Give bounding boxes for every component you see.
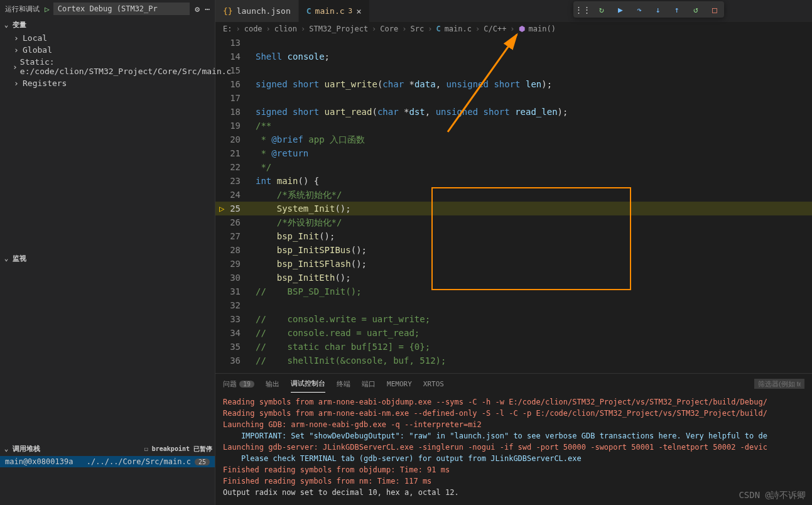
panel-tab-XRTOS[interactable]: XRTOS bbox=[423, 376, 444, 392]
continue-icon[interactable]: ▶ bbox=[615, 4, 626, 15]
chevron-right-icon: › bbox=[13, 33, 20, 43]
code-line[interactable]: 14Shell console; bbox=[215, 50, 812, 63]
watermark: CSDN @詩不诉卿 bbox=[739, 490, 806, 501]
step-over-icon[interactable]: ↷ bbox=[634, 4, 645, 15]
variable-scope[interactable]: ›Local bbox=[0, 32, 215, 44]
panel-tab-调试控制台[interactable]: 调试控制台 bbox=[291, 375, 325, 393]
code-line[interactable]: 21 * @return bbox=[215, 146, 812, 160]
code-line[interactable]: 28 bsp_InitSPIBus(); bbox=[215, 243, 812, 257]
gear-icon[interactable]: ⚙ bbox=[195, 4, 200, 14]
code-line[interactable]: 30 bsp_InitEth(); bbox=[215, 271, 812, 285]
code-line[interactable]: 22 */ bbox=[215, 160, 812, 174]
console-line: Launching gdb-server: JLinkGDBServerCL.e… bbox=[223, 442, 804, 453]
stop-icon[interactable]: □ bbox=[709, 4, 720, 15]
code-line[interactable]: 25▷ System_Init(); bbox=[215, 202, 812, 215]
console-line: Reading symbols from arm-none-eabi-objdu… bbox=[223, 396, 804, 408]
code-line[interactable]: 31// BSP_SD_Init(); bbox=[215, 285, 812, 298]
code-line[interactable]: 33// console.write = uart_write; bbox=[215, 312, 812, 326]
variables-section[interactable]: ⌄ 变量 bbox=[0, 18, 215, 32]
code-line[interactable]: 19/** bbox=[215, 119, 812, 133]
code-line[interactable]: 13 bbox=[215, 36, 812, 50]
callstack-section[interactable]: ⌄ 调用堆栈 ☐ breakpoint 已暂停 bbox=[0, 442, 215, 456]
execution-pointer-icon: ▷ bbox=[219, 202, 224, 215]
line-badge: 25 bbox=[195, 459, 210, 465]
function-icon: ⬢ bbox=[519, 24, 525, 33]
play-icon[interactable]: ▷ bbox=[45, 4, 50, 14]
tab-main.c[interactable]: Cmain.c3× bbox=[299, 0, 370, 22]
step-out-icon[interactable]: ↑ bbox=[671, 4, 683, 15]
chevron-right-icon: › bbox=[13, 79, 20, 88]
c-icon: C bbox=[306, 6, 311, 16]
chevron-down-icon: ⌄ bbox=[3, 445, 10, 453]
console-line: Output radix now set to decimal 10, hex … bbox=[223, 487, 804, 498]
code-line[interactable]: 16signed short uart_write(char *data, un… bbox=[215, 77, 812, 91]
code-line[interactable]: 15 bbox=[215, 63, 812, 77]
run-debug-label: 运行和调试 bbox=[5, 4, 40, 14]
variable-scope[interactable]: ›Registers bbox=[0, 77, 215, 89]
breadcrumb-seg[interactable]: E: bbox=[223, 24, 232, 33]
panel-tab-终端[interactable]: 终端 bbox=[337, 376, 350, 393]
code-line[interactable]: 35// static char buf[512] = {0}; bbox=[215, 340, 812, 354]
watch-section[interactable]: ⌄ 监视 bbox=[0, 251, 215, 266]
grip-icon[interactable]: ⋮⋮ bbox=[577, 4, 588, 15]
code-line[interactable]: 27 bsp_Init(); bbox=[215, 229, 812, 243]
reset-icon[interactable]: ↻ bbox=[596, 4, 607, 15]
chevron-right-icon: › bbox=[13, 62, 18, 72]
code-line[interactable]: 23int main() { bbox=[215, 174, 812, 188]
breadcrumb-seg[interactable]: clion bbox=[274, 24, 297, 33]
step-into-icon[interactable]: ↓ bbox=[652, 4, 664, 15]
code-line[interactable]: 18signed short uart_read(char *dst, unsi… bbox=[215, 105, 812, 119]
code-line[interactable]: 29 bsp_InitSFlash(); bbox=[215, 257, 812, 271]
code-line[interactable]: 26 /*外设初始化*/ bbox=[215, 215, 812, 229]
panel-tab-输出[interactable]: 输出 bbox=[266, 376, 279, 393]
code-line[interactable]: 34// console.read = uart_read; bbox=[215, 326, 812, 340]
console-line: Finished reading symbols from objdump: T… bbox=[223, 464, 804, 475]
code-line[interactable]: 32 bbox=[215, 298, 812, 312]
more-icon[interactable]: ⋯ bbox=[205, 4, 210, 14]
breadcrumb-seg[interactable]: code bbox=[244, 24, 263, 33]
console-line: Reading symbols from arm-none-eabi-nm.ex… bbox=[223, 408, 804, 419]
console-line: Launching GDB: arm-none-eabi-gdb.exe -q … bbox=[223, 419, 804, 430]
chevron-down-icon: ⌄ bbox=[3, 21, 10, 29]
panel-tab-MEMORY[interactable]: MEMORY bbox=[387, 376, 412, 392]
variable-scope[interactable]: ›Global bbox=[0, 44, 215, 56]
breadcrumb[interactable]: E:›code›clion›STM32_Project›Core›Src›C m… bbox=[215, 22, 812, 36]
debug-config-select[interactable]: ▷ Cortex Debug (STM32_Pr bbox=[45, 3, 190, 15]
panel-tab-端口[interactable]: 端口 bbox=[362, 376, 376, 393]
console-line: IMPORTANT: Set "showDevDebugOutput": "ra… bbox=[223, 430, 804, 442]
code-line[interactable]: 24 /*系统初始化*/ bbox=[215, 188, 812, 202]
code-line[interactable]: 36// shellInit(&console, buf, 512); bbox=[215, 354, 812, 367]
breadcrumb-seg[interactable]: STM32_Project bbox=[309, 24, 368, 33]
variable-scope[interactable]: ›Static: e:/code/clion/STM32_Project/Cor… bbox=[0, 56, 215, 77]
breadcrumb-seg[interactable]: Core bbox=[380, 24, 398, 33]
callstack-frame[interactable]: main@0x0800139a ./../../Core/Src/main.c … bbox=[0, 456, 215, 467]
close-icon[interactable]: × bbox=[356, 6, 361, 16]
filter-input[interactable] bbox=[754, 379, 804, 389]
json-icon: {} bbox=[223, 6, 233, 16]
restart-icon[interactable]: ↺ bbox=[690, 4, 701, 15]
tab-launch.json[interactable]: {}launch.json bbox=[215, 0, 299, 22]
console-line: Finished reading symbols from nm: Time: … bbox=[223, 475, 804, 487]
panel-tab-问题[interactable]: 问题19 bbox=[223, 376, 254, 393]
c-icon: C bbox=[436, 24, 440, 33]
debug-toolbar: ⋮⋮ ↻ ▶ ↷ ↓ ↑ ↺ □ bbox=[573, 1, 724, 18]
code-line[interactable]: 17 bbox=[215, 91, 812, 105]
code-line[interactable]: 20 * @brief app 入口函数 bbox=[215, 133, 812, 146]
chevron-right-icon: › bbox=[13, 45, 20, 55]
breakpoint-status: ☐ breakpoint 已暂停 bbox=[144, 445, 212, 453]
breadcrumb-seg[interactable]: Src bbox=[410, 24, 424, 33]
chevron-down-icon: ⌄ bbox=[3, 254, 10, 263]
console-line: Please check TERMINAL tab (gdb-server) f… bbox=[223, 453, 804, 464]
